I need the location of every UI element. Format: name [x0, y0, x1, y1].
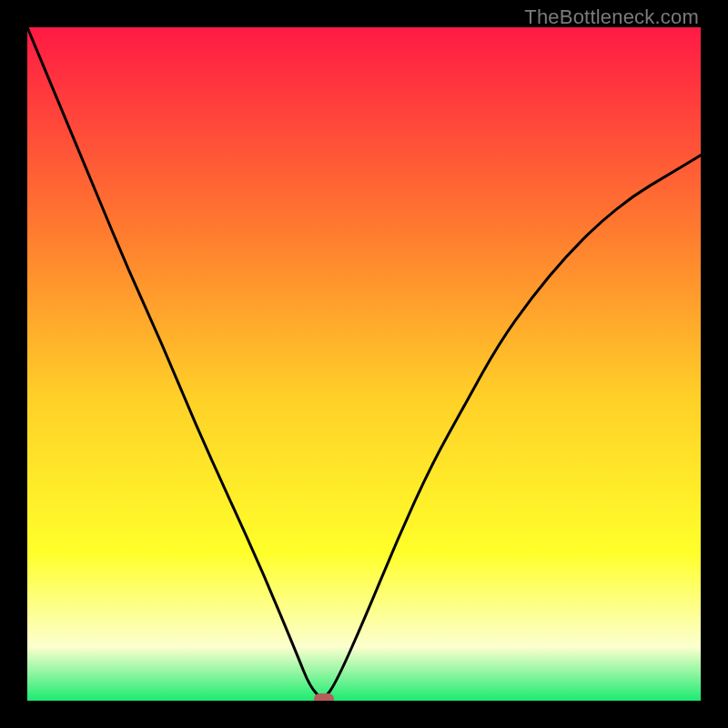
watermark-text: TheBottleneck.com [524, 5, 699, 29]
optimum-marker [314, 693, 334, 701]
outer-frame: TheBottleneck.com [0, 0, 728, 728]
bottleneck-curve [27, 27, 701, 701]
plot-area [27, 27, 701, 701]
